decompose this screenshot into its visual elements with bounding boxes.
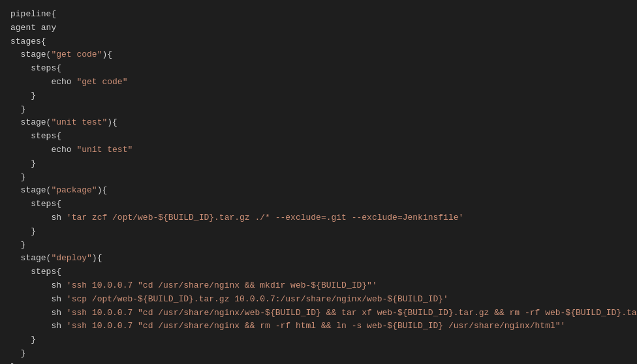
code-line: stage("unit test"){ — [10, 116, 627, 130]
code-segment: sh — [10, 308, 67, 318]
code-segment: stage( — [10, 253, 51, 263]
code-line: stage("package"){ — [10, 184, 627, 198]
code-segment: 'ssh 10.0.0.7 "cd /usr/share/nginx/web-$… — [67, 308, 637, 318]
code-line: pipeline{ — [10, 8, 627, 22]
code-segment: steps{ — [10, 63, 61, 73]
code-line: } — [10, 333, 627, 347]
code-line: agent any — [10, 22, 627, 35]
code-segment: "get code" — [76, 77, 127, 87]
code-line: } — [10, 347, 627, 361]
code-line: sh 'ssh 10.0.0.7 "cd /usr/share/nginx &&… — [10, 320, 627, 333]
code-line: } — [10, 225, 627, 239]
code-segment: } — [10, 226, 36, 236]
code-line: } — [10, 171, 627, 185]
code-segment: } — [10, 172, 25, 182]
code-segment: } — [10, 240, 25, 250]
code-segment: ){ — [97, 185, 108, 195]
code-line: stages{ — [10, 35, 627, 49]
code-segment: steps{ — [10, 199, 61, 209]
code-line: echo "unit test" — [10, 144, 627, 157]
code-line: } — [10, 89, 627, 103]
code-segment: sh — [10, 281, 67, 290]
code-segment: } — [10, 335, 36, 344]
code-line: } — [10, 361, 627, 364]
code-line: sh 'ssh 10.0.0.7 "cd /usr/share/nginx/we… — [10, 307, 627, 320]
code-line: sh 'scp /opt/web-${BUILD_ID}.tar.gz 10.0… — [10, 293, 627, 307]
code-line: stage("get code"){ — [10, 48, 627, 62]
code-segment: ){ — [102, 50, 112, 59]
code-segment: steps{ — [10, 267, 61, 277]
code-segment: echo — [10, 77, 76, 87]
code-segment: "unit test" — [51, 117, 107, 127]
code-line: steps{ — [10, 265, 627, 279]
code-segment: steps{ — [10, 131, 61, 141]
code-segment: 'ssh 10.0.0.7 "cd /usr/share/nginx && rm… — [67, 321, 566, 331]
code-segment: 'ssh 10.0.0.7 "cd /usr/share/nginx && mk… — [67, 281, 377, 290]
code-segment: stage( — [10, 117, 51, 127]
code-segment: } — [10, 91, 36, 100]
code-segment: agent any — [10, 23, 56, 33]
code-segment: echo — [10, 145, 76, 155]
code-segment: "package" — [51, 185, 97, 195]
code-segment: "deploy" — [51, 253, 91, 263]
code-line: steps{ — [10, 62, 627, 76]
code-segment: } — [10, 348, 25, 358]
code-line: steps{ — [10, 198, 627, 211]
code-segment: 'tar zcf /opt/web-${BUILD_ID}.tar.gz ./*… — [67, 213, 464, 222]
code-segment: "unit test" — [76, 145, 132, 155]
code-line: stage("deploy"){ — [10, 252, 627, 265]
code-segment: sh — [10, 294, 67, 304]
code-line: sh 'tar zcf /opt/web-${BUILD_ID}.tar.gz … — [10, 211, 627, 225]
code-segment: stage( — [10, 185, 51, 195]
code-line: steps{ — [10, 130, 627, 144]
code-segment: } — [10, 159, 36, 168]
code-segment: ){ — [107, 117, 117, 127]
code-segment: ){ — [92, 253, 102, 263]
code-segment: stage( — [10, 50, 51, 59]
code-segment: "get code" — [51, 50, 102, 59]
code-segment: pipeline{ — [10, 9, 56, 19]
code-segment: stages{ — [10, 37, 46, 46]
code-segment: 'scp /opt/web-${BUILD_ID}.tar.gz 10.0.0.… — [67, 294, 448, 304]
code-line: } — [10, 239, 627, 252]
code-segment: sh — [10, 213, 67, 222]
code-editor: pipeline{agent anystages{ stage("get cod… — [0, 0, 637, 364]
code-line: sh 'ssh 10.0.0.7 "cd /usr/share/nginx &&… — [10, 279, 627, 293]
code-line: } — [10, 157, 627, 171]
code-line: echo "get code" — [10, 76, 627, 89]
code-segment: } — [10, 104, 25, 114]
code-segment: sh — [10, 321, 67, 331]
code-line: } — [10, 103, 627, 117]
